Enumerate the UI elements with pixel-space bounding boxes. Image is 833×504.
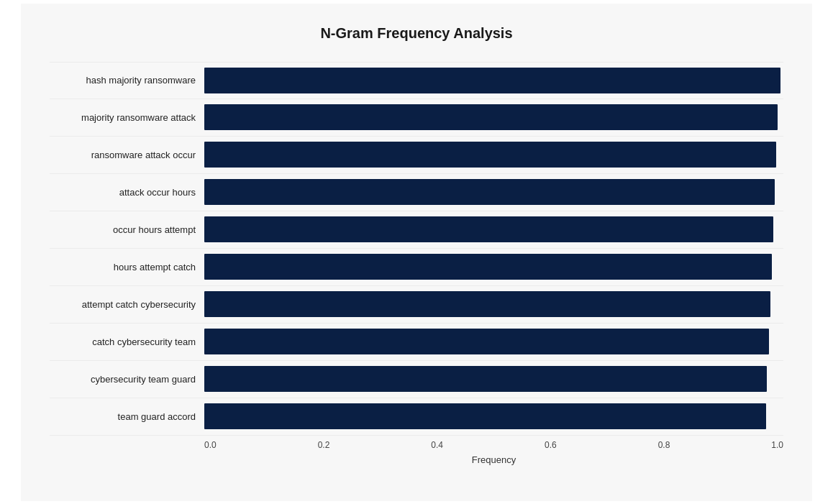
x-axis-tick: 0.0 — [204, 440, 217, 450]
bar-track — [204, 216, 783, 242]
bar-row: attempt catch cybersecurity — [50, 286, 783, 324]
bar-fill — [204, 179, 775, 205]
bar-row: occur hours attempt — [50, 211, 783, 249]
bar-track — [204, 142, 783, 168]
x-axis-tick: 0.6 — [545, 440, 557, 450]
bar-row: hours attempt catch — [50, 249, 783, 286]
bar-fill — [204, 142, 776, 168]
bar-row: hash majority ransomware — [50, 62, 783, 99]
bar-row: ransomware attack occur — [50, 137, 783, 174]
bar-label: hash majority ransomware — [50, 75, 204, 86]
bar-label: attempt catch cybersecurity — [50, 299, 204, 310]
x-axis-ticks: 0.00.20.40.60.81.0 — [204, 440, 783, 450]
bar-label: cybersecurity team guard — [50, 374, 204, 385]
bar-row: team guard accord — [50, 398, 783, 436]
x-axis-tick: 0.8 — [658, 440, 670, 450]
bar-label: hours attempt catch — [50, 262, 204, 272]
x-axis-container: 0.00.20.40.60.81.0 Frequency — [204, 440, 783, 465]
bar-fill — [204, 216, 773, 242]
bar-label: catch cybersecurity team — [50, 336, 204, 347]
bar-fill — [204, 254, 772, 280]
bar-fill — [204, 68, 780, 93]
bar-row: cybersecurity team guard — [50, 361, 783, 398]
bar-label: attack occur hours — [50, 187, 204, 198]
bar-track — [204, 104, 783, 130]
bar-label: ransomware attack occur — [50, 150, 204, 160]
bar-label: majority ransomware attack — [50, 112, 204, 123]
bar-row: majority ransomware attack — [50, 99, 783, 137]
bar-track — [204, 403, 783, 429]
bar-track — [204, 254, 783, 280]
x-axis-label: Frequency — [204, 454, 783, 465]
bar-label: occur hours attempt — [50, 224, 204, 235]
bar-fill — [204, 104, 778, 130]
bar-track — [204, 179, 783, 205]
x-axis-tick: 1.0 — [771, 440, 783, 450]
bar-fill — [204, 366, 767, 392]
chart-area: hash majority ransomwaremajority ransomw… — [50, 62, 783, 436]
bar-fill — [204, 291, 770, 317]
bar-track — [204, 291, 783, 317]
bar-row: attack occur hours — [50, 174, 783, 211]
bar-fill — [204, 329, 769, 354]
chart-container: N-Gram Frequency Analysis hash majority … — [21, 4, 812, 501]
bar-track — [204, 329, 783, 354]
chart-title: N-Gram Frequency Analysis — [50, 25, 783, 42]
x-axis-tick: 0.4 — [431, 440, 443, 450]
bar-track — [204, 68, 783, 93]
bar-fill — [204, 403, 766, 429]
bar-row: catch cybersecurity team — [50, 324, 783, 361]
x-axis-tick: 0.2 — [318, 440, 330, 450]
bar-track — [204, 366, 783, 392]
bar-label: team guard accord — [50, 411, 204, 422]
